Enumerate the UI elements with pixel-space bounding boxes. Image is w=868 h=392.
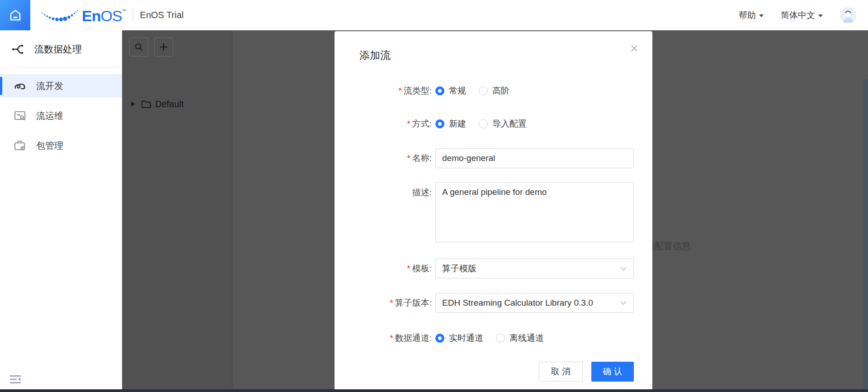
radio-selected-icon — [435, 86, 444, 95]
radio-option-realtime-channel[interactable]: 实时通道 — [435, 332, 483, 344]
home-icon — [8, 8, 23, 23]
close-icon[interactable]: ✕ — [627, 41, 641, 57]
chevron-down-icon — [818, 14, 823, 17]
operator-version-select-value: EDH Streaming Calculator Library 0.3.0 — [442, 298, 593, 308]
template-select-value: 算子模版 — [442, 263, 476, 274]
field-label: 数据通道: — [395, 332, 432, 344]
top-header: EnOS™ EnOS Trial 帮助 简体中文 — [0, 0, 868, 30]
cancel-button[interactable]: 取 消 — [539, 362, 583, 382]
radio-selected-icon — [435, 119, 444, 128]
field-label: 名称: — [412, 152, 432, 164]
left-sidebar: 流数据处理 流开发 流运维 — [0, 30, 122, 392]
package-management-icon — [14, 139, 26, 152]
app-title: EnOS Trial — [140, 10, 184, 20]
sidebar-collapse-button[interactable] — [9, 374, 22, 385]
radio-option-advanced[interactable]: 高阶 — [479, 85, 509, 97]
field-label: 流类型: — [404, 85, 432, 97]
field-label: 模板: — [412, 263, 432, 274]
radio-option-new[interactable]: 新建 — [435, 118, 466, 130]
enos-logo: EnOS™ — [40, 8, 126, 23]
sidebar-item-stream-development[interactable]: 流开发 — [0, 74, 122, 98]
required-marker: * — [398, 86, 401, 96]
form-row-operator-version: * 算子版本: EDH Streaming Calculator Library… — [335, 293, 652, 313]
radio-option-import-config[interactable]: 导入配置 — [479, 118, 527, 130]
collapse-menu-icon — [9, 374, 22, 385]
field-label: 方式: — [412, 118, 432, 130]
modal-title: 添加流 — [359, 48, 391, 62]
search-icon — [134, 42, 144, 52]
chevron-down-icon — [620, 301, 627, 305]
search-button[interactable] — [129, 38, 148, 57]
sidebar-item-package-management[interactable]: 包管理 — [0, 134, 122, 157]
stream-type-radio-group: 常规 高阶 — [435, 85, 509, 97]
radio-unselected-icon — [479, 86, 488, 95]
radio-selected-icon — [435, 334, 444, 343]
form-row-stream-type: * 流类型: 常规 高阶 — [335, 85, 652, 96]
home-button[interactable] — [0, 0, 30, 30]
chevron-down-icon — [620, 266, 627, 271]
stream-operation-icon — [14, 109, 26, 122]
stream-tree-panel: Default — [122, 30, 232, 392]
form-row-description: 描述: — [335, 182, 652, 242]
user-avatar[interactable] — [840, 7, 856, 24]
form-row-method: * 方式: 新建 导入配置 — [335, 118, 652, 129]
enos-logo-icon — [40, 8, 79, 23]
help-menu[interactable]: 帮助 — [739, 9, 764, 21]
tree-node-label: Default — [155, 99, 184, 109]
tree-node-default[interactable]: Default — [122, 96, 232, 112]
sidebar-divider — [0, 67, 122, 68]
name-input[interactable] — [435, 148, 634, 168]
field-label: 描述: — [412, 187, 432, 198]
header-divider — [132, 9, 133, 21]
confirm-button[interactable]: 确 认 — [591, 362, 634, 382]
operator-version-select[interactable]: EDH Streaming Calculator Library 0.3.0 — [435, 293, 634, 313]
enos-logo-text: EnOS™ — [82, 9, 126, 23]
data-channel-radio-group: 实时通道 离线通道 — [435, 332, 544, 344]
tree-expand-caret-icon[interactable] — [131, 101, 135, 107]
chevron-down-icon — [759, 14, 764, 17]
required-marker: * — [407, 119, 410, 129]
radio-option-offline-channel[interactable]: 离线通道 — [496, 332, 544, 344]
plus-icon — [159, 42, 169, 52]
required-marker: * — [390, 333, 393, 343]
field-label: 算子版本: — [395, 297, 432, 309]
radio-unselected-icon — [496, 334, 505, 343]
stream-development-icon — [14, 80, 26, 92]
description-textarea[interactable] — [435, 182, 634, 242]
required-marker: * — [407, 153, 410, 163]
language-menu[interactable]: 简体中文 — [781, 9, 823, 21]
add-stream-button[interactable] — [154, 38, 173, 57]
radio-option-general[interactable]: 常规 — [435, 85, 466, 97]
stream-processing-icon — [11, 43, 24, 56]
form-row-data-channel: * 数据通道: 实时通道 离线通道 — [335, 333, 652, 344]
page-scrollbar[interactable] — [863, 79, 868, 389]
person-icon — [840, 7, 856, 24]
background-config-text: 辑配置信息 — [646, 240, 691, 252]
folder-icon — [141, 100, 151, 109]
required-marker: * — [407, 264, 410, 274]
form-row-template: * 模板: 算子模版 — [335, 259, 652, 279]
bottom-edge-bar — [0, 389, 868, 392]
sidebar-item-label: 包管理 — [36, 140, 63, 152]
sidebar-item-label: 流开发 — [36, 80, 63, 92]
method-radio-group: 新建 导入配置 — [435, 118, 527, 130]
sidebar-item-stream-operation[interactable]: 流运维 — [0, 104, 122, 128]
add-stream-modal: 添加流 ✕ * 流类型: 常规 高阶 * 方式: 新建 导 — [335, 31, 652, 392]
sidebar-item-label: 流运维 — [36, 110, 63, 122]
radio-unselected-icon — [479, 119, 488, 128]
form-row-name: * 名称: — [335, 148, 652, 168]
sidebar-section-title: 流数据处理 — [0, 36, 122, 63]
required-marker: * — [390, 298, 393, 308]
template-select[interactable]: 算子模版 — [435, 259, 634, 279]
